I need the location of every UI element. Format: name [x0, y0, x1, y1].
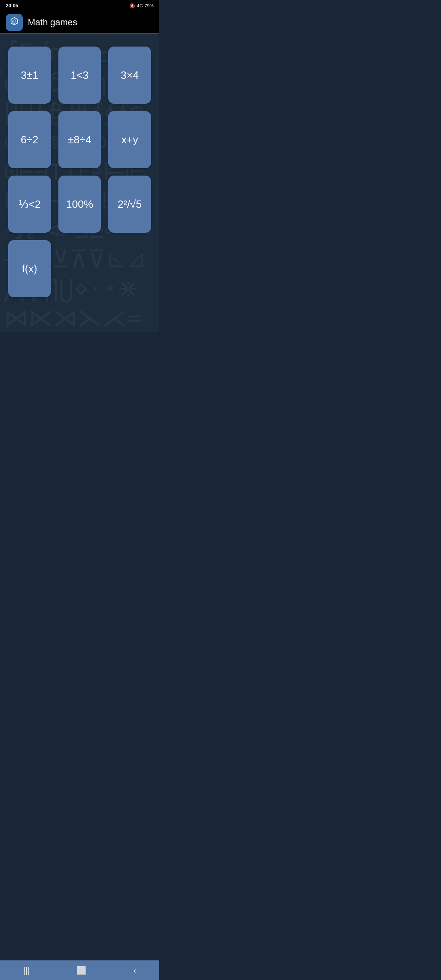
game-button-fraction[interactable]: ⅓<2 [8, 176, 51, 233]
game-button-plus-minus[interactable]: 3±1 [8, 47, 51, 104]
status-bar: 20:05 🔇 4G 79% [0, 0, 159, 11]
mute-icon: 🔇 [129, 3, 135, 9]
game-button-multiply[interactable]: 3×4 [108, 47, 151, 104]
main-content: ∫∑√π×÷±≤≥∞αβγδεζηθ∂∇∏∐∮∯∰∱∲∳⊕⊗⊘⊙⊚⊛⊜⊝⊞⊟⊠⊡… [0, 34, 159, 332]
signal-icon: 4G [137, 3, 143, 8]
game-button-functions[interactable]: f(x) [8, 240, 51, 297]
game-button-percent[interactable]: 100% [58, 176, 101, 233]
svg-text:7: 7 [13, 21, 14, 23]
battery-label: 79% [145, 3, 154, 8]
status-time: 20:05 [6, 3, 18, 9]
app-bar: 7 Math games [0, 11, 159, 34]
app-title: Math games [28, 17, 77, 28]
game-button-plus-minus-divide[interactable]: ±8÷4 [58, 111, 101, 168]
games-grid: 3±1 1<3 3×4 6÷2 ±8÷4 x+y ⅓<2 100% 2²/√5 … [8, 47, 151, 297]
game-button-divide[interactable]: 6÷2 [8, 111, 51, 168]
game-button-algebra[interactable]: x+y [108, 111, 151, 168]
app-icon: 7 [6, 14, 23, 31]
status-icons: 🔇 4G 79% [129, 3, 154, 9]
game-button-less-than[interactable]: 1<3 [58, 47, 101, 104]
game-button-powers[interactable]: 2²/√5 [108, 176, 151, 233]
